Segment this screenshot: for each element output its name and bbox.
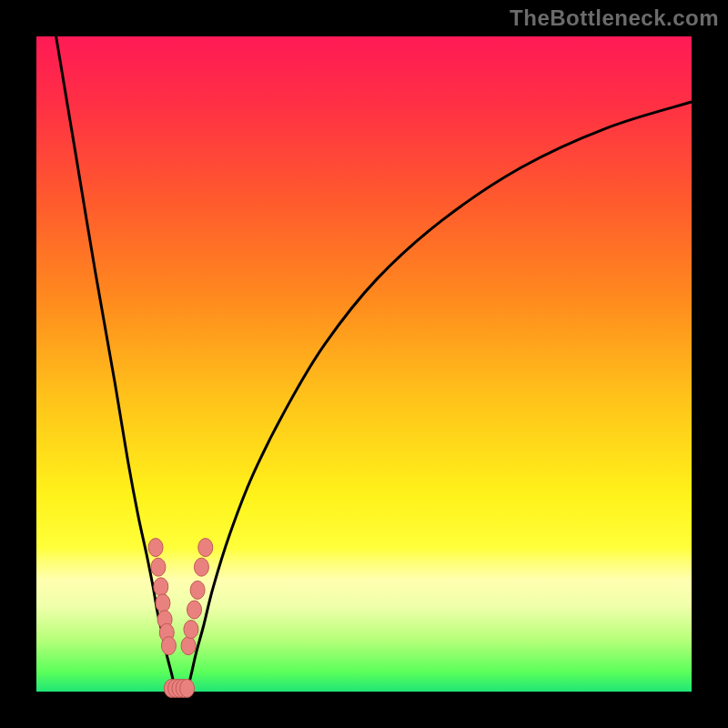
sample-dot (187, 601, 202, 619)
sample-dot (190, 581, 205, 599)
watermark-text: TheBottleneck.com (510, 5, 719, 31)
right-branch-curve (187, 102, 692, 692)
sample-dot (198, 539, 213, 557)
sample-dot (156, 594, 170, 612)
sample-dot (148, 539, 163, 557)
sample-dot (161, 637, 176, 655)
sample-dot (184, 621, 198, 639)
sample-dot (180, 679, 195, 697)
sample-dot (151, 558, 166, 576)
bottleneck-curve-plot (36, 36, 692, 692)
sample-dot (181, 637, 196, 655)
sample-dots (148, 539, 213, 698)
sample-dot (154, 578, 168, 596)
sample-dot (194, 558, 208, 576)
